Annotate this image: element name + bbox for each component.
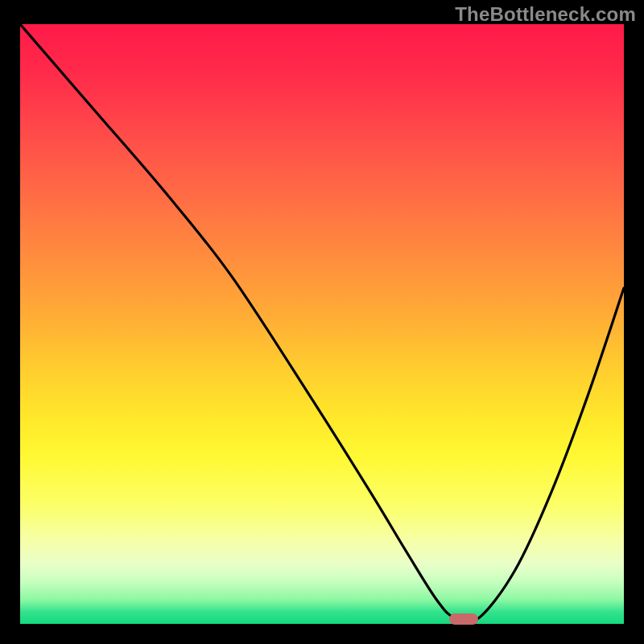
watermark-text: TheBottleneck.com (455, 3, 636, 26)
bottleneck-curve (20, 24, 624, 624)
optimum-marker (449, 613, 478, 625)
plot-area (20, 24, 624, 624)
chart-frame: TheBottleneck.com (0, 0, 644, 644)
